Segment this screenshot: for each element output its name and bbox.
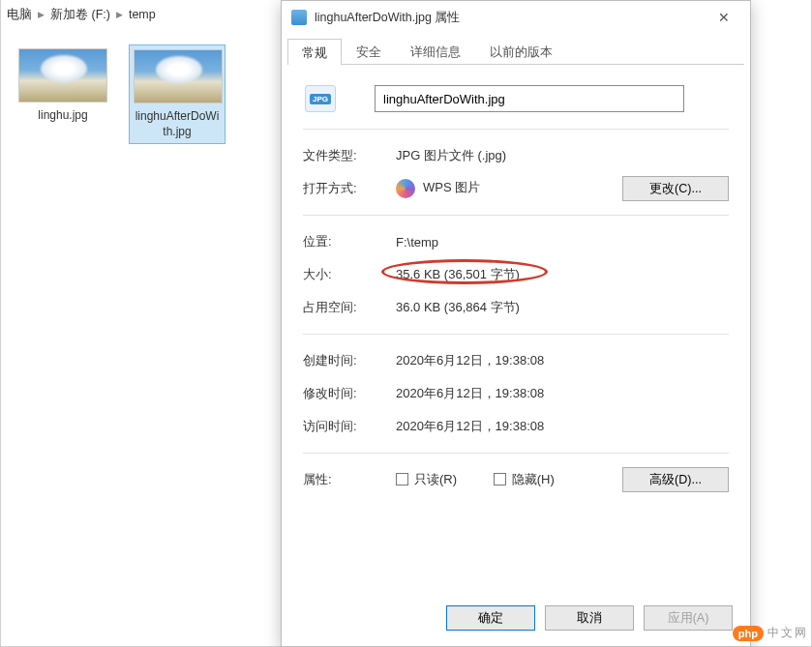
label-size-on-disk: 占用空间: [303,299,396,316]
tab-general[interactable]: 常规 [287,39,342,65]
jpg-file-large-icon: JPG [305,85,336,112]
wps-app-icon [396,179,415,198]
value-filetype: JPG 图片文件 (.jpg) [396,147,729,164]
file-label: linghuAfterDoWith.jpg [134,109,221,139]
label-filetype: 文件类型: [303,147,396,164]
watermark-text: 中文网 [767,625,808,641]
filename-input[interactable] [375,85,684,112]
tab-details[interactable]: 详细信息 [396,38,475,64]
file-label: linghu.jpg [18,108,107,124]
value-size: 35.6 KB (36,501 字节) [396,266,729,283]
chevron-right-icon: ▶ [38,10,45,19]
file-tile-selected[interactable]: linghuAfterDoWith.jpg [129,44,226,144]
divider [303,453,729,454]
change-button[interactable]: 更改(C)... [622,176,729,201]
value-size-on-disk: 36.0 KB (36,864 字节) [396,299,729,316]
breadcrumb-seg[interactable]: temp [129,8,156,21]
dialog-titlebar[interactable]: linghuAfterDoWith.jpg 属性 ✕ [282,1,750,34]
hidden-checkbox[interactable]: 隐藏(H) [494,471,555,488]
image-thumbnail-icon [18,48,107,103]
file-icon-area: linghu.jpg linghuAfterDoWith.jpg [15,44,226,144]
tab-security[interactable]: 安全 [342,38,396,64]
value-openwith: WPS 图片 [396,179,622,198]
jpg-file-icon [291,10,307,25]
value-location: F:\temp [396,235,729,250]
value-modified: 2020年6月12日，19:38:08 [396,385,729,402]
tab-body-general: JPG 文件类型: JPG 图片文件 (.jpg) 打开方式: WPS 图片 更… [282,65,750,504]
cancel-button[interactable]: 取消 [545,605,634,631]
apply-button[interactable]: 应用(A) [644,605,733,631]
ok-button[interactable]: 确定 [446,605,535,631]
value-accessed: 2020年6月12日，19:38:08 [396,418,729,435]
value-created: 2020年6月12日，19:38:08 [396,352,729,369]
readonly-checkbox[interactable]: 只读(R) [396,471,457,488]
tab-previous-versions[interactable]: 以前的版本 [475,38,567,64]
label-size: 大小: [303,266,396,283]
readonly-label: 只读(R) [414,471,457,488]
php-badge-icon: php [733,626,764,641]
tab-strip: 常规 安全 详细信息 以前的版本 [287,38,744,65]
label-modified: 修改时间: [303,385,396,402]
divider [303,334,729,335]
breadcrumb[interactable]: 电脑 ▶ 新加卷 (F:) ▶ temp [1,0,162,29]
watermark: php 中文网 [733,625,808,641]
checkbox-icon [396,473,408,485]
label-openwith: 打开方式: [303,180,396,197]
hidden-label: 隐藏(H) [512,471,555,488]
breadcrumb-seg[interactable]: 新加卷 (F:) [50,7,110,23]
divider [303,215,729,216]
close-icon[interactable]: ✕ [704,4,744,31]
label-created: 创建时间: [303,352,396,369]
file-tile[interactable]: linghu.jpg [15,44,111,144]
dialog-button-row: 确定 取消 应用(A) [446,605,733,631]
dialog-title: linghuAfterDoWith.jpg 属性 [315,10,704,26]
properties-dialog: linghuAfterDoWith.jpg 属性 ✕ 常规 安全 详细信息 以前… [281,0,751,647]
label-accessed: 访问时间: [303,418,396,435]
checkbox-icon [494,473,506,485]
label-attributes: 属性: [303,471,396,488]
divider [303,129,729,130]
breadcrumb-seg[interactable]: 电脑 [7,7,32,23]
image-thumbnail-icon [134,49,223,103]
label-location: 位置: [303,233,396,250]
chevron-right-icon: ▶ [116,10,123,19]
advanced-button[interactable]: 高级(D)... [622,467,729,492]
